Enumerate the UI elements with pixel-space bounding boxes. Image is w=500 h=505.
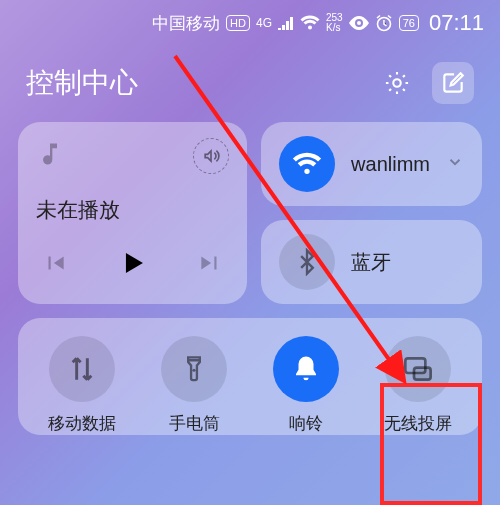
- status-bar: 中国移动 HD 4G 253K/s 76 07:11: [0, 0, 500, 40]
- toggle-label: 手电筒: [169, 412, 220, 435]
- mobile-data-icon: [66, 353, 98, 385]
- control-center-header: 控制中心: [0, 40, 500, 122]
- bell-icon: [291, 354, 321, 384]
- wifi-status-icon: [300, 15, 320, 31]
- toggle-label: 移动数据: [48, 412, 116, 435]
- toggle-flashlight[interactable]: 手电筒: [144, 336, 244, 435]
- audio-output-icon: [201, 146, 221, 166]
- carrier-label: 中国移动: [152, 12, 220, 35]
- music-status: 未在播放: [36, 196, 229, 224]
- skip-next-icon: [197, 250, 223, 276]
- settings-button[interactable]: [376, 62, 418, 104]
- cast-icon: [402, 353, 434, 385]
- svg-point-3: [192, 369, 195, 372]
- page-title: 控制中心: [26, 64, 362, 102]
- wifi-icon-circle: [279, 136, 335, 192]
- play-button[interactable]: [116, 246, 150, 284]
- svg-point-2: [393, 79, 400, 86]
- toggle-wireless-cast[interactable]: 无线投屏: [368, 336, 468, 435]
- svg-rect-5: [414, 368, 431, 380]
- toggle-label: 响铃: [289, 412, 323, 435]
- eye-icon: [349, 16, 369, 30]
- cast-target-button[interactable]: [193, 138, 229, 174]
- wifi-tile[interactable]: wanlimm: [261, 122, 482, 206]
- prev-track-button[interactable]: [42, 250, 68, 280]
- wifi-expand[interactable]: [446, 153, 464, 175]
- skip-prev-icon: [42, 250, 68, 276]
- toggle-label: 无线投屏: [384, 412, 452, 435]
- bluetooth-label: 蓝牙: [351, 249, 391, 276]
- wifi-icon: [291, 148, 323, 180]
- flashlight-icon: [180, 355, 208, 383]
- gear-icon: [383, 69, 411, 97]
- edit-icon: [440, 70, 466, 96]
- signal-icon: [278, 16, 294, 30]
- music-note-icon: [36, 140, 64, 172]
- hd-badge: HD: [226, 15, 250, 31]
- toggle-mobile-data[interactable]: 移动数据: [32, 336, 132, 435]
- svg-point-0: [357, 21, 361, 25]
- battery-badge: 76: [399, 15, 419, 31]
- toggle-ringer[interactable]: 响铃: [256, 336, 356, 435]
- wifi-ssid: wanlimm: [351, 153, 430, 176]
- clock: 07:11: [429, 10, 484, 36]
- alarm-icon: [375, 14, 393, 32]
- next-track-button[interactable]: [197, 250, 223, 280]
- bluetooth-icon: [293, 248, 321, 276]
- net-speed: 253K/s: [326, 13, 343, 33]
- bluetooth-tile[interactable]: 蓝牙: [261, 220, 482, 304]
- music-card[interactable]: 未在播放: [18, 122, 247, 304]
- play-icon: [116, 246, 150, 280]
- bluetooth-icon-circle: [279, 234, 335, 290]
- chevron-down-icon: [446, 153, 464, 171]
- edit-button[interactable]: [432, 62, 474, 104]
- network-gen: 4G: [256, 16, 272, 30]
- quick-toggles-card: 移动数据 手电筒 响铃 无线投屏: [18, 318, 482, 435]
